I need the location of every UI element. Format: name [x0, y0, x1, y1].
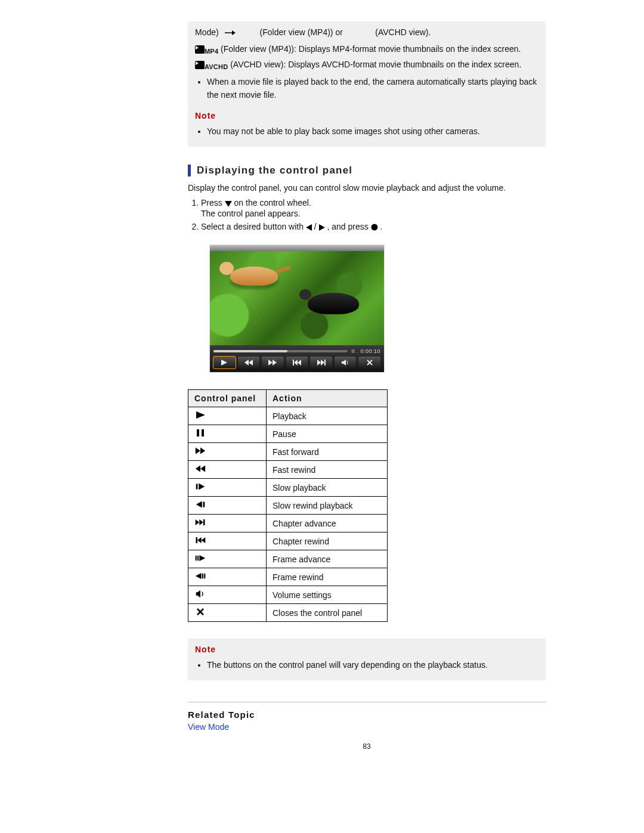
svg-marker-10: [273, 360, 277, 366]
preview-chapter-rewind-icon: [286, 357, 308, 368]
playback-preview: II . 0:00:10: [209, 244, 385, 373]
preview-fast-rewind-icon: [238, 357, 260, 368]
slow-rewind-icon: [188, 497, 267, 515]
svg-marker-40: [196, 573, 202, 579]
svg-rect-37: [196, 556, 197, 561]
svg-marker-20: [196, 411, 205, 419]
svg-marker-26: [196, 466, 200, 472]
cat-black-icon: [308, 293, 359, 314]
svg-marker-12: [294, 360, 298, 366]
preview-close-icon: [358, 357, 380, 368]
related-topic-heading: Related Topic: [188, 710, 546, 720]
chapter-rewind-icon: [188, 532, 267, 550]
svg-rect-30: [203, 502, 205, 507]
svg-rect-34: [196, 537, 198, 543]
svg-rect-16: [324, 360, 326, 366]
svg-marker-6: [221, 360, 227, 366]
svg-marker-43: [196, 590, 200, 598]
svg-marker-2: [225, 201, 232, 207]
table-row: Playback: [188, 407, 388, 425]
avchd-badge-icon: AVCHD: [195, 60, 228, 73]
svg-marker-28: [199, 484, 205, 490]
svg-rect-27: [196, 484, 198, 490]
dot-icon: [371, 223, 378, 233]
step2-text-c: , and press: [327, 222, 370, 231]
action-cell: Fast rewind: [267, 461, 388, 479]
arrow-right-icon: [225, 26, 236, 39]
preview-time: II . 0:00:10: [351, 348, 380, 354]
section-lead: Display the control panel, you can contr…: [188, 181, 546, 194]
action-cell: Chapter rewind: [267, 532, 388, 550]
close-icon: [188, 604, 267, 622]
progress-bar-icon: [213, 350, 348, 352]
preview-volume-icon: [335, 357, 357, 368]
svg-rect-11: [293, 360, 294, 366]
action-cell: Slow playback: [267, 479, 388, 497]
svg-point-5: [371, 224, 377, 231]
step1-text-a: Press: [201, 198, 225, 208]
chapter-advance-icon: [188, 515, 267, 532]
table-row: Chapter advance: [188, 515, 388, 532]
note2-item: The buttons on the control panel will va…: [207, 659, 538, 672]
action-cell: Playback: [267, 407, 388, 425]
action-cell: Frame rewind: [267, 568, 388, 586]
action-cell: Pause: [267, 425, 388, 443]
preview-play-icon: [213, 357, 236, 368]
view-mode-link[interactable]: View Mode: [188, 722, 229, 732]
preview-fast-forward-icon: [262, 357, 284, 368]
table-row: Frame advance: [188, 550, 388, 568]
svg-rect-41: [202, 574, 203, 578]
svg-marker-8: [249, 360, 253, 366]
cat-orange-icon: [230, 267, 278, 286]
table-row: Frame rewind: [188, 568, 388, 586]
note-item-1: You may not be able to play back some im…: [207, 125, 538, 138]
action-cell: Closes the control panel: [267, 604, 388, 622]
table-row: Slow playback: [188, 479, 388, 497]
svg-rect-33: [203, 519, 205, 525]
section-heading: Displaying the control panel: [188, 165, 546, 176]
svg-rect-22: [202, 429, 204, 436]
fast-forward-icon: [188, 443, 267, 461]
svg-marker-36: [202, 537, 206, 543]
svg-marker-39: [199, 555, 205, 561]
table-row: Pause: [188, 425, 388, 443]
action-cell: Slow rewind playback: [267, 497, 388, 515]
step-2: Select a desired button with / , and pre…: [201, 222, 546, 233]
step1-text-c: The control panel appears.: [201, 209, 301, 218]
svg-marker-14: [317, 360, 321, 366]
svg-marker-13: [298, 360, 301, 366]
table-row: Fast forward: [188, 443, 388, 461]
note-box-2: Note The buttons on the control panel wi…: [188, 639, 546, 680]
svg-marker-4: [319, 224, 325, 231]
step-1: Press on the control wheel. The control …: [201, 198, 546, 218]
avchd-desc: (AVCHD view): Displays AVCHD-format movi…: [230, 60, 521, 69]
table-row: Volume settings: [188, 586, 388, 604]
autoplay-note: When a movie file is played back to the …: [207, 76, 538, 101]
svg-marker-17: [342, 360, 346, 366]
mp4-desc: (Folder view (MP4)): Displays MP4-format…: [221, 44, 521, 54]
down-triangle-icon: [225, 199, 232, 209]
svg-marker-25: [200, 466, 205, 472]
frame-advance-icon: [188, 550, 267, 568]
svg-marker-24: [200, 448, 205, 454]
svg-marker-23: [196, 448, 200, 454]
avchd-view-label: (AVCHD view).: [375, 27, 431, 37]
step2-text-a: Select a desired button with: [201, 222, 306, 231]
folder-view-mp4-label: (Folder view (MP4)) or: [260, 27, 343, 37]
svg-marker-29: [196, 501, 202, 508]
svg-rect-42: [204, 574, 205, 578]
preview-chapter-advance-icon: [310, 357, 332, 368]
svg-marker-15: [321, 360, 324, 366]
intro-box: Mode) (Folder view (MP4)) or (AVCHD view…: [188, 21, 546, 147]
mode-paren: Mode): [195, 27, 219, 37]
step2-slash: /: [314, 222, 319, 231]
separator: [188, 702, 546, 702]
svg-marker-9: [268, 360, 273, 366]
step2-text-d: .: [380, 222, 383, 231]
page-number: 83: [188, 742, 546, 751]
svg-marker-32: [199, 519, 203, 525]
action-cell: Volume settings: [267, 586, 388, 604]
pause-icon: [188, 425, 267, 443]
note2-heading: Note: [195, 643, 538, 657]
svg-marker-3: [306, 224, 312, 231]
